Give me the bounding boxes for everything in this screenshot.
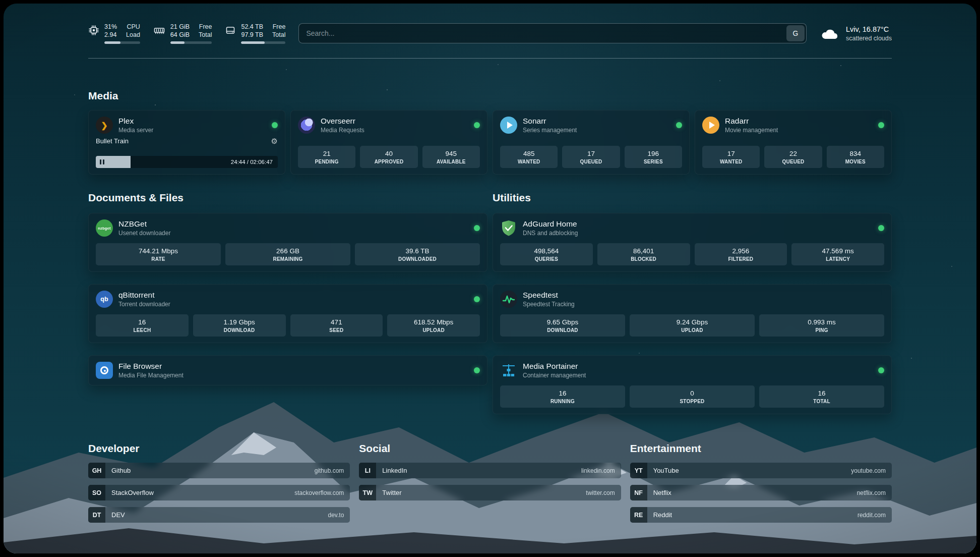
stat-movies: 834 MOVIES xyxy=(827,146,884,168)
service-desc: Usenet downloader xyxy=(118,230,170,237)
disk-icon xyxy=(225,25,236,36)
stat-filtered: 2,956 FILTERED xyxy=(695,243,787,265)
speedtest-icon xyxy=(500,291,517,308)
service-name: qBittorrent xyxy=(118,291,170,300)
disk-total-value: 97.9 TB xyxy=(241,31,263,39)
sonarr-icon xyxy=(500,117,517,134)
search-bar: G xyxy=(298,23,807,43)
service-desc: Media Requests xyxy=(321,127,364,134)
search-provider-button[interactable]: G xyxy=(786,25,805,41)
bookmark-domain: github.com xyxy=(315,467,344,474)
bookmark-twitter[interactable]: TW Twitter twitter.com xyxy=(359,485,621,500)
stat-total: 16 TOTAL xyxy=(759,385,884,408)
service-desc: Media File Management xyxy=(118,372,183,379)
stat-queued: 17 QUEUED xyxy=(562,146,620,168)
bookmark-abbr: NF xyxy=(630,485,647,500)
section-title-documents: Documents & Files xyxy=(88,192,487,204)
status-online-dot xyxy=(676,122,682,128)
service-desc: Torrent downloader xyxy=(118,301,170,308)
topbar-divider xyxy=(88,58,892,59)
memory-widget: 21 GiB 64 GiB Free Total xyxy=(153,23,212,44)
stat-queries: 498,564 QUERIES xyxy=(500,243,593,265)
bookmark-name: DEV xyxy=(111,511,125,519)
stat-download: 1.19 Gbps DOWNLOAD xyxy=(193,314,286,337)
bookmark-netflix[interactable]: NF Netflix netflix.com xyxy=(630,485,892,500)
bookmark-abbr: YT xyxy=(630,463,647,478)
service-card-sonarr[interactable]: Sonarr Series management 485 WANTED 17 Q… xyxy=(493,110,690,175)
status-online-dot xyxy=(474,367,480,373)
search-input[interactable] xyxy=(298,23,807,43)
utilities-column: Utilities xyxy=(493,192,892,414)
cpu-icon xyxy=(88,25,99,36)
bookmark-name: Twitter xyxy=(382,489,401,496)
bookmark-name: Reddit xyxy=(653,511,672,519)
bookmark-domain: reddit.com xyxy=(858,512,886,519)
service-card-overseerr[interactable]: Overseerr Media Requests 21 PENDING 40 A… xyxy=(290,110,487,175)
bookmark-name: StackOverflow xyxy=(111,489,154,496)
stat-rate: 744.21 Mbps RATE xyxy=(96,243,221,265)
service-card-radarr[interactable]: Radarr Movie management 17 WANTED 22 QUE… xyxy=(695,110,892,175)
bookmark-domain: netflix.com xyxy=(857,489,886,496)
filebrowser-icon xyxy=(96,362,113,379)
dashboard-screen: 31% 2.94 CPU Load xyxy=(4,4,976,553)
bookmark-name: LinkedIn xyxy=(382,467,407,474)
service-desc: Speedtest Tracking xyxy=(523,301,575,308)
service-card-qbittorrent[interactable]: qb qBittorrent Torrent downloader 16 LEE… xyxy=(88,284,487,343)
service-name: AdGuard Home xyxy=(523,219,578,229)
cpu-load-value: 2.94 xyxy=(104,31,117,39)
bookmark-domain: youtube.com xyxy=(851,467,886,474)
service-card-plex[interactable]: ❯ Plex Media server Bullet Train ⚙ 24:44… xyxy=(88,110,285,175)
gear-icon[interactable]: ⚙ xyxy=(271,137,278,145)
service-card-speedtest[interactable]: Speedtest Speedtest Tracking 9.65 Gbps D… xyxy=(493,284,892,343)
bookmark-abbr: LI xyxy=(359,463,376,478)
stat-download: 9.65 Gbps DOWNLOAD xyxy=(500,314,625,337)
memory-free-value: 21 GiB xyxy=(170,23,190,31)
cpu-progress-bar xyxy=(104,41,140,44)
stat-upload: 9.24 Gbps UPLOAD xyxy=(630,314,755,337)
bookmark-name: Github xyxy=(111,467,131,474)
bookmark-linkedin[interactable]: LI LinkedIn linkedin.com xyxy=(359,463,621,478)
pause-icon[interactable] xyxy=(100,159,104,164)
weather-condition: scattered clouds xyxy=(846,35,892,42)
bookmark-youtube[interactable]: YT YouTube youtube.com xyxy=(630,463,892,478)
status-online-dot xyxy=(474,225,480,231)
bookmark-domain: linkedin.com xyxy=(581,467,615,474)
bookmark-domain: twitter.com xyxy=(586,489,615,496)
top-bar: 31% 2.94 CPU Load xyxy=(88,4,892,44)
qbittorrent-icon: qb xyxy=(96,291,113,308)
section-title-social: Social xyxy=(359,442,621,455)
stat-pending: 21 PENDING xyxy=(298,146,355,168)
bookmark-domain: dev.to xyxy=(328,512,344,519)
bookmarks-developer: Developer GH Github github.com SO StackO… xyxy=(88,442,350,523)
memory-progress-bar xyxy=(170,41,212,44)
adguard-icon xyxy=(500,219,517,237)
bookmark-github[interactable]: GH Github github.com xyxy=(88,463,350,478)
service-name: Overseerr xyxy=(321,117,364,126)
radarr-icon xyxy=(702,117,719,134)
bookmark-stackoverflow[interactable]: SO StackOverflow stackoverflow.com xyxy=(88,485,350,500)
cloud-icon xyxy=(820,26,840,40)
service-card-filebrowser[interactable]: File Browser Media File Management xyxy=(88,355,487,385)
stat-downloaded: 39.6 TB DOWNLOADED xyxy=(355,243,480,265)
bookmark-dev[interactable]: DT DEV dev.to xyxy=(88,507,350,523)
stat-upload: 618.52 Mbps UPLOAD xyxy=(387,314,480,337)
playback-progress-bar[interactable]: 24:44 / 02:06:47 xyxy=(96,156,278,168)
service-card-nzbget[interactable]: nzbget NZBGet Usenet downloader 744.21 M… xyxy=(88,213,487,272)
status-online-dot xyxy=(878,367,884,373)
service-name: File Browser xyxy=(118,362,183,371)
service-card-portainer[interactable]: Media Portainer Container management 16 … xyxy=(493,355,892,414)
service-desc: Media server xyxy=(118,127,153,134)
stat-latency: 47.569 ms LATENCY xyxy=(791,243,884,265)
stat-queued: 22 QUEUED xyxy=(764,146,822,168)
bookmarks-entertainment: Entertainment YT YouTube youtube.com NF … xyxy=(630,442,892,523)
bookmark-name: Netflix xyxy=(653,489,671,496)
stat-stopped: 0 STOPPED xyxy=(630,385,755,408)
service-card-adguard[interactable]: AdGuard Home DNS and adblocking 498,564 … xyxy=(493,213,892,272)
bookmark-reddit[interactable]: RE Reddit reddit.com xyxy=(630,507,892,523)
playback-time: 24:44 / 02:06:47 xyxy=(231,159,273,165)
stat-wanted: 17 WANTED xyxy=(702,146,760,168)
bookmark-abbr: RE xyxy=(630,507,647,523)
service-name: Sonarr xyxy=(523,117,577,126)
disk-widget: 52.4 TB 97.9 TB Free Total xyxy=(225,23,285,44)
now-playing-title: Bullet Train xyxy=(96,137,129,145)
